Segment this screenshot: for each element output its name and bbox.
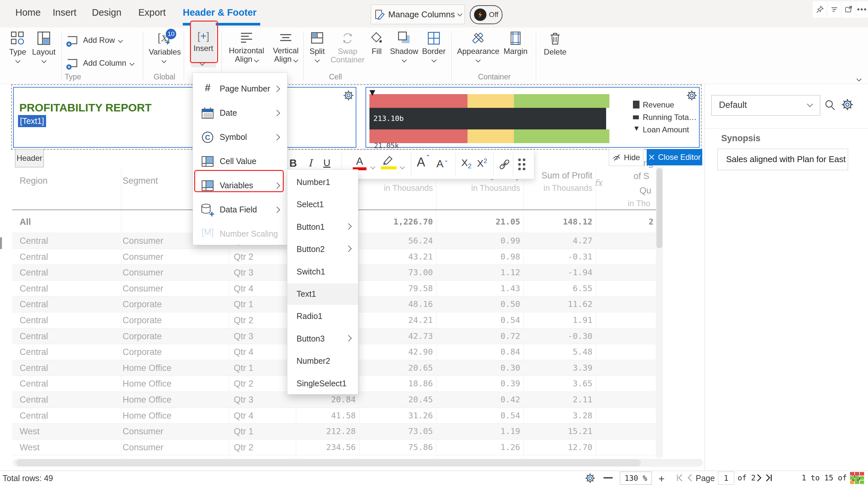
cell-segment: Corporate <box>123 313 162 328</box>
hyperlink-button[interactable] <box>498 158 511 172</box>
highlight-color-button[interactable] <box>381 155 397 169</box>
insert-menu-item-page-number[interactable]: #Page Number <box>193 77 287 101</box>
submenu-item-button2[interactable]: Button2 <box>287 238 358 260</box>
submenu-item-button1[interactable]: Button1 <box>287 216 358 238</box>
chart-band-segment <box>514 129 610 143</box>
superscript-button[interactable]: X2 <box>477 157 487 169</box>
cell-sales: 31.26 <box>408 408 433 424</box>
cell-profit: 148.12 <box>563 211 592 233</box>
chart-cell[interactable]: 213.10b ▼ 21.05k RevenueRunning Tota…▼Lo… <box>366 87 700 148</box>
cell-region: Central <box>20 328 48 345</box>
cell-region: Central <box>20 313 48 328</box>
submenu-item-number2[interactable]: Number2 <box>287 350 358 372</box>
hide-button[interactable]: Hide <box>609 149 643 166</box>
cell-region: All <box>20 211 31 233</box>
insert-menu-item-number-scaling: [M]Number Scaling <box>193 223 287 246</box>
legend-label: Loan Amount <box>643 125 689 134</box>
header-title-cell[interactable]: PROFITABILITY REPORT [Text1] <box>13 87 356 148</box>
cell-quantity: 0.72 <box>500 328 520 345</box>
insert-menu-item-cell-value[interactable]: Cell Value <box>193 150 287 173</box>
insert-menu-item-symbol[interactable]: CSymbol <box>193 126 287 149</box>
cell-qtr: Qtr 1 <box>234 360 253 376</box>
text1-chip[interactable]: [Text1] <box>18 115 46 127</box>
cell-sales: 42.90 <box>408 344 433 360</box>
insert-menu-item-date[interactable]: Date <box>193 102 287 125</box>
submenu-arrow-icon <box>275 111 279 117</box>
underline-button[interactable]: U <box>323 157 331 168</box>
chart-measure-bar: 213.10b <box>369 108 606 129</box>
cell-profit: 6.55 <box>573 281 592 297</box>
drag-handle-icon[interactable] <box>518 159 525 170</box>
legend-item[interactable]: Revenue <box>633 100 698 110</box>
cell-quantity: 0.84 <box>500 344 520 360</box>
cell-qtr: Qtr 2 <box>234 376 253 392</box>
cell-sales: 42.73 <box>408 328 433 345</box>
submenu-item-select1[interactable]: Select1 <box>287 194 358 215</box>
cell-quantity: 1.43 <box>500 281 520 297</box>
cell-segment: Corporate <box>123 344 162 360</box>
submenu-item-text1[interactable]: Text1 <box>287 283 358 305</box>
cell-segment: Consumer <box>123 440 163 456</box>
shrink-font-button[interactable]: A ˇ <box>436 158 443 170</box>
cell-segment: Home Office <box>123 376 172 392</box>
insert-menu-item-label: Page Number <box>220 84 270 94</box>
legend-label: Revenue <box>643 100 674 109</box>
cell-profit: -0.30 <box>568 328 592 345</box>
cell-sales: 20.65 <box>408 360 433 376</box>
submenu-arrow-icon <box>346 336 351 342</box>
header-section-tab[interactable]: Header <box>15 149 44 167</box>
table-row[interactable]: CentralHome OfficeQtr 441.5831.260.543.2… <box>12 408 656 424</box>
submenu-item-label: Text1 <box>297 289 316 299</box>
grow-font-button[interactable]: A ˆ <box>417 155 425 169</box>
hash-icon: # <box>200 82 215 97</box>
submenu-arrow-icon <box>275 183 279 189</box>
submenu-item-switch1[interactable]: Switch1 <box>287 261 358 283</box>
cell-qtr: Qtr 2 <box>234 313 253 328</box>
insert-menu-item-label: Cell Value <box>220 157 256 166</box>
submenu-item-button3[interactable]: Button3 <box>287 328 358 350</box>
report-title: PROFITABILITY REPORT <box>19 101 152 114</box>
cell-qtr: Qtr 3 <box>234 328 253 345</box>
subscript-button[interactable]: X2 <box>461 157 471 170</box>
cell-sales: 43.21 <box>408 249 433 265</box>
insert-menu-item-data-field[interactable]: Data Field <box>193 198 287 222</box>
cell-hidden-value: 41.58 <box>331 408 356 424</box>
close-editor-button[interactable]: Close Editor <box>647 149 702 165</box>
cell-qtr: Qtr 1 <box>234 296 253 313</box>
cell-profit: -1.94 <box>568 265 592 281</box>
submenu-item-singleselect1[interactable]: SingleSelect1 <box>287 373 358 394</box>
submenu-item-label: Button2 <box>297 245 324 254</box>
insert-menu-item-variables[interactable]: Variables <box>193 174 287 198</box>
table-row[interactable]: WestConsumerQtr 1212.2873.051.1915.21 <box>12 424 656 440</box>
bold-button[interactable]: B <box>289 157 297 169</box>
hide-label: Hide <box>624 153 640 162</box>
cell-segment: Corporate <box>123 296 162 313</box>
copyright-icon: C <box>200 130 215 146</box>
italic-button[interactable]: I <box>308 157 312 169</box>
legend-item[interactable]: ▼Loan Amount <box>633 125 698 135</box>
cell-settings-gear-icon[interactable] <box>343 90 354 103</box>
insert-menu-item-label: Data Field <box>220 205 257 215</box>
cell-qtr: Qtr 2 <box>234 249 253 265</box>
database-icon <box>200 203 215 218</box>
legend-item[interactable]: Running Tota… <box>633 112 698 122</box>
cell-segment: Home Office <box>123 408 172 424</box>
submenu-item-label: Select1 <box>297 200 324 209</box>
cell-hidden-value: 234.56 <box>326 440 356 456</box>
submenu-item-radio1[interactable]: Radio1 <box>287 305 358 327</box>
cell-qtr: Qtr 1 <box>234 424 253 440</box>
chart-band-segment <box>467 129 514 143</box>
highlight-color-chevron-icon[interactable] <box>400 164 405 170</box>
table-row-separator <box>12 455 656 455</box>
font-color-button[interactable]: A <box>353 155 367 170</box>
legend-square-icon <box>633 101 640 108</box>
font-color-chevron-icon[interactable] <box>370 164 376 170</box>
submenu-item-label: Number2 <box>297 356 330 366</box>
cell-quantity: 0.39 <box>500 376 520 392</box>
submenu-item-number1[interactable]: Number1 <box>287 171 358 193</box>
cell-region: Central <box>20 392 48 408</box>
cell-segment: Home Office <box>123 392 172 408</box>
cell-quantity: 1.26 <box>500 440 520 456</box>
table-row[interactable]: WestConsumerQtr 2234.5675.861.2612.70 <box>12 440 656 456</box>
cell-quantity: 0.99 <box>500 233 520 249</box>
